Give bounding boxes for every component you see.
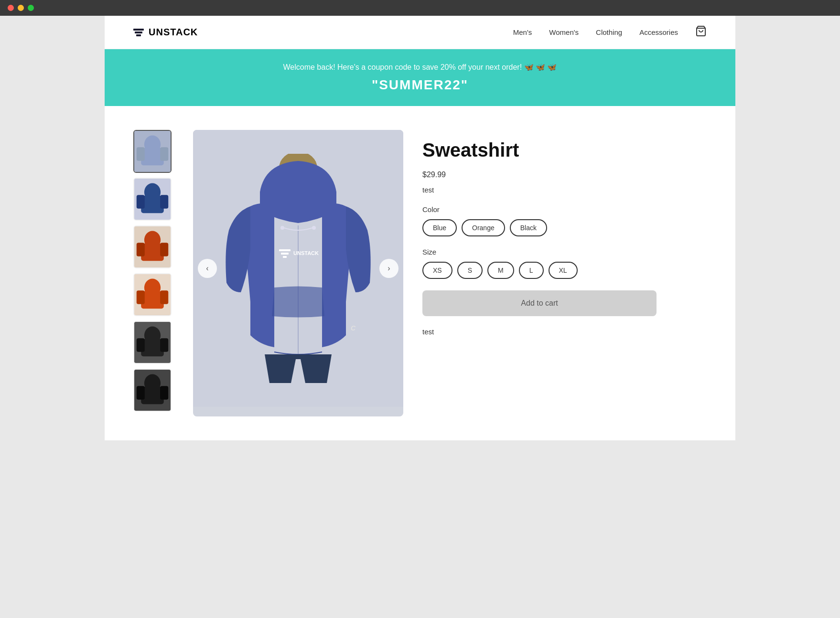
nav-link-mens[interactable]: Men's xyxy=(513,28,532,36)
svg-rect-9 xyxy=(137,195,145,209)
nav-links: Men's Women's Clothing Accessories xyxy=(513,25,707,39)
coupon-code: "SUMMER22" xyxy=(114,77,726,93)
page-wrapper: UNSTACK Men's Women's Clothing Accessori… xyxy=(105,16,735,440)
image-prev-arrow[interactable]: ‹ xyxy=(198,259,217,278)
logo-layer-3 xyxy=(136,34,141,36)
svg-point-35 xyxy=(312,226,316,230)
color-option-orange[interactable]: Orange xyxy=(462,219,505,236)
svg-rect-14 xyxy=(137,243,145,256)
main-image-bg: UNSTACK C ‹ › xyxy=(193,130,403,407)
svg-rect-15 xyxy=(160,243,168,256)
svg-rect-19 xyxy=(137,290,145,304)
svg-rect-29 xyxy=(137,386,145,400)
thumbnail-6[interactable] xyxy=(133,369,172,412)
navigation: UNSTACK Men's Women's Clothing Accessori… xyxy=(105,16,735,49)
size-option-s[interactable]: S xyxy=(457,262,483,279)
size-option-l[interactable]: L xyxy=(519,262,544,279)
svg-rect-5 xyxy=(160,147,168,161)
size-label: Size xyxy=(422,248,707,256)
color-options: Blue Orange Black xyxy=(422,219,707,236)
browser-chrome xyxy=(0,0,840,16)
thumbnail-4[interactable] xyxy=(133,273,172,316)
logo-text: UNSTACK xyxy=(149,27,198,38)
size-option-xl[interactable]: XL xyxy=(549,262,578,279)
thumbnail-2[interactable] xyxy=(133,178,172,221)
product-area: UNSTACK C ‹ › Sweatshirt xyxy=(105,106,735,440)
product-title: Sweatshirt xyxy=(422,139,707,161)
logo-layer-2 xyxy=(135,32,142,33)
svg-rect-10 xyxy=(160,195,168,209)
browser-dot-yellow[interactable] xyxy=(18,5,24,11)
logo[interactable]: UNSTACK xyxy=(133,27,198,38)
svg-rect-20 xyxy=(160,290,168,304)
browser-dot-green[interactable] xyxy=(28,5,34,11)
product-description: test xyxy=(422,186,707,194)
svg-rect-4 xyxy=(137,147,145,161)
product-footer-text: test xyxy=(422,328,707,336)
main-product-image: UNSTACK C ‹ › xyxy=(193,130,403,416)
thumbnail-list xyxy=(133,130,174,416)
promo-banner: Welcome back! Here's a coupon code to sa… xyxy=(105,49,735,106)
nav-link-womens[interactable]: Women's xyxy=(549,28,579,36)
thumbnail-5[interactable] xyxy=(133,321,172,364)
svg-rect-30 xyxy=(160,386,168,400)
cart-icon[interactable] xyxy=(695,25,707,39)
svg-rect-37 xyxy=(281,253,289,255)
nav-link-clothing[interactable]: Clothing xyxy=(596,28,622,36)
color-label: Color xyxy=(422,205,707,213)
image-next-arrow[interactable]: › xyxy=(379,259,398,278)
logo-icon xyxy=(133,29,144,36)
nav-link-accessories[interactable]: Accessories xyxy=(639,28,678,36)
svg-rect-36 xyxy=(279,249,291,251)
size-option-xs[interactable]: XS xyxy=(422,262,452,279)
logo-layer-1 xyxy=(133,29,144,31)
color-option-blue[interactable]: Blue xyxy=(422,219,457,236)
svg-text:UNSTACK: UNSTACK xyxy=(293,250,319,256)
size-options: XS S M L XL xyxy=(422,262,707,279)
thumbnail-1[interactable] xyxy=(133,130,172,173)
svg-point-34 xyxy=(280,226,284,230)
size-option-m[interactable]: M xyxy=(487,262,514,279)
svg-rect-38 xyxy=(283,256,287,258)
add-to-cart-button[interactable]: Add to cart xyxy=(422,290,657,316)
hoodie-svg: UNSTACK C xyxy=(222,154,375,383)
svg-rect-24 xyxy=(137,338,145,352)
product-price: $29.99 xyxy=(422,170,707,179)
product-info: Sweatshirt $29.99 test Color Blue Orange… xyxy=(422,130,707,416)
svg-text:C: C xyxy=(351,324,356,332)
thumbnail-3[interactable] xyxy=(133,225,172,268)
browser-dot-red[interactable] xyxy=(8,5,14,11)
color-option-black[interactable]: Black xyxy=(510,219,547,236)
banner-text: Welcome back! Here's a coupon code to sa… xyxy=(114,63,726,72)
svg-rect-25 xyxy=(160,338,168,352)
